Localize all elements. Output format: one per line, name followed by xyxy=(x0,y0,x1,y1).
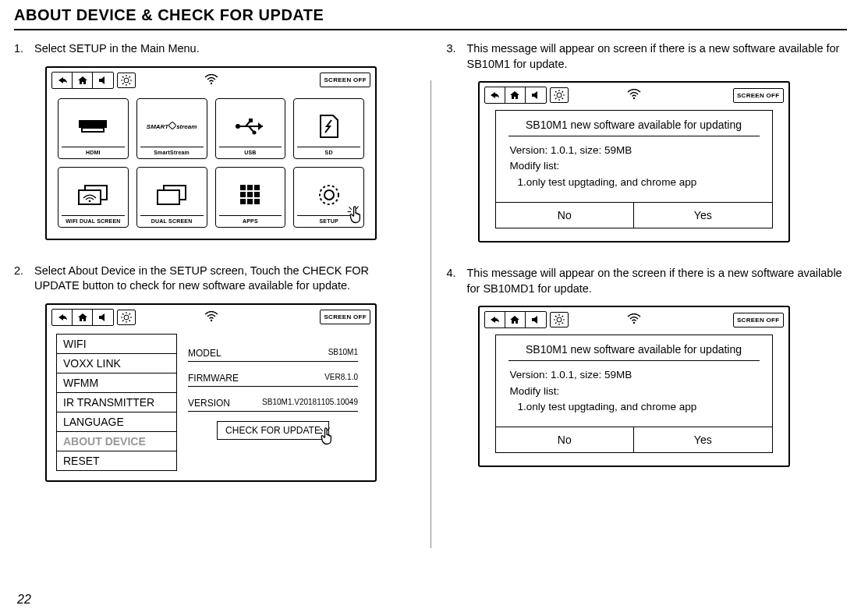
svg-point-30 xyxy=(324,190,334,200)
dialog-version-line: Version: 1.0.1, size: 59MB xyxy=(510,143,758,158)
svg-point-0 xyxy=(124,78,129,83)
tile-label: HDMI xyxy=(62,147,125,155)
svg-point-31 xyxy=(320,186,338,204)
about-device-screenshot: SCREEN OFF WIFI VOXX LINK WFMM IR TRANSM… xyxy=(45,303,377,482)
svg-rect-20 xyxy=(158,190,179,204)
svg-line-64 xyxy=(562,323,563,324)
apps-icon xyxy=(219,175,282,215)
back-icon[interactable] xyxy=(485,87,505,103)
dialog-buttons: No Yes xyxy=(496,427,772,452)
page-title: ABOUT DEVICE & CHECK FOR UPDATE xyxy=(14,6,847,24)
device-topbar: SCREEN OFF xyxy=(51,309,370,326)
svg-line-43 xyxy=(129,313,131,315)
home-icon[interactable] xyxy=(73,310,93,325)
tile-apps[interactable]: APPS xyxy=(215,167,286,228)
menu-item-wifi[interactable]: WIFI xyxy=(57,335,176,354)
hand-cursor-icon xyxy=(316,425,339,447)
home-icon[interactable] xyxy=(505,87,526,103)
setup-menu: WIFI VOXX LINK WFMM IR TRANSMITTER LANGU… xyxy=(56,334,177,471)
svg-line-65 xyxy=(555,323,557,324)
brightness-icon[interactable] xyxy=(550,87,569,103)
tile-sd[interactable]: SD xyxy=(293,98,364,159)
svg-line-7 xyxy=(122,83,124,84)
dialog-no-button[interactable]: No xyxy=(496,203,635,228)
tile-smartstream[interactable]: SMARTstream SmartStream xyxy=(136,98,207,159)
firmware-label: FIRMWARE xyxy=(188,373,239,384)
menu-item-reset[interactable]: RESET xyxy=(57,451,176,470)
version-value: SB10M1.V20181105.10049 xyxy=(262,398,358,409)
update-dialog-screenshot-2: SCREEN OFF SB10M1 new software available… xyxy=(478,306,790,467)
tile-usb[interactable]: USB xyxy=(215,98,286,159)
screen-off-button[interactable]: SCREEN OFF xyxy=(320,73,370,87)
step-2: 2. Select About Device in the SETUP scre… xyxy=(14,264,415,294)
tile-label: USB xyxy=(219,147,282,155)
check-update-label: CHECK FOR UPDATE xyxy=(225,425,321,436)
dialog-yes-button[interactable]: Yes xyxy=(634,203,772,228)
right-column: 3. This message will appear on screen if… xyxy=(447,41,848,548)
tile-label: APPS xyxy=(219,215,282,224)
device-topbar: SCREEN OFF xyxy=(484,311,784,328)
menu-item-about-device[interactable]: ABOUT DEVICE xyxy=(57,432,176,451)
brightness-icon[interactable] xyxy=(117,310,136,325)
dialog-body: Version: 1.0.1, size: 59MB Modify list: … xyxy=(496,136,772,202)
screen-off-button[interactable]: SCREEN OFF xyxy=(320,310,370,324)
svg-rect-26 xyxy=(254,192,260,197)
svg-point-58 xyxy=(557,317,562,322)
column-divider xyxy=(430,80,431,548)
version-label: VERSION xyxy=(188,398,230,409)
svg-line-45 xyxy=(320,428,323,431)
back-icon[interactable] xyxy=(52,73,73,88)
volume-icon[interactable] xyxy=(526,312,546,327)
svg-line-41 xyxy=(129,320,131,321)
svg-rect-14 xyxy=(249,119,253,122)
firmware-row: FIRMWARE VER8.1.0 xyxy=(188,366,358,387)
menu-item-wfmm[interactable]: WFMM xyxy=(57,373,176,393)
volume-icon[interactable] xyxy=(526,87,546,103)
tile-setup[interactable]: SETUP xyxy=(293,167,364,228)
dialog-yes-button[interactable]: Yes xyxy=(634,427,772,452)
tile-dual-screen[interactable]: DUAL SCREEN xyxy=(136,167,207,228)
screen-off-button[interactable]: SCREEN OFF xyxy=(733,313,784,327)
brightness-icon[interactable] xyxy=(550,312,569,327)
hdmi-icon xyxy=(62,107,125,147)
back-icon[interactable] xyxy=(52,310,73,325)
menu-item-language[interactable]: LANGUAGE xyxy=(57,412,176,432)
tile-label: WIFI DUAL SCREEN xyxy=(62,215,125,224)
svg-rect-21 xyxy=(240,185,246,190)
tile-hdmi[interactable]: HDMI xyxy=(58,98,129,159)
tile-label: SD xyxy=(297,147,360,155)
step-text: Select SETUP in the Main Menu. xyxy=(34,41,415,57)
svg-point-48 xyxy=(557,93,562,97)
screen-off-button[interactable]: SCREEN OFF xyxy=(733,88,784,103)
svg-rect-10 xyxy=(79,120,107,128)
tile-label: SmartStream xyxy=(140,147,204,155)
svg-point-9 xyxy=(210,82,211,83)
step-text: This message will appear on the screen i… xyxy=(467,266,848,296)
step-number: 2. xyxy=(14,264,34,294)
check-for-update-button[interactable]: CHECK FOR UPDATE xyxy=(217,421,329,440)
svg-line-8 xyxy=(129,76,131,78)
volume-icon[interactable] xyxy=(93,73,113,88)
svg-line-63 xyxy=(555,316,557,317)
svg-rect-25 xyxy=(247,192,253,197)
device-topbar: SCREEN OFF xyxy=(484,87,784,104)
step-text: This message will appear on screen if th… xyxy=(467,41,848,72)
sd-icon xyxy=(297,107,360,147)
step-3: 3. This message will appear on screen if… xyxy=(447,41,848,72)
home-icon[interactable] xyxy=(505,312,526,327)
wifi-icon xyxy=(204,311,218,322)
menu-item-ir-transmitter[interactable]: IR TRANSMITTER xyxy=(57,393,176,412)
update-dialog-screenshot-1: SCREEN OFF SB10M1 new software available… xyxy=(478,81,790,243)
model-row: MODEL SB10M1 xyxy=(188,342,358,362)
dialog-no-button[interactable]: No xyxy=(496,427,635,452)
menu-item-voxx-link[interactable]: VOXX LINK xyxy=(57,354,176,373)
brightness-icon[interactable] xyxy=(117,73,136,88)
dialog-version-line: Version: 1.0.1, size: 59MB xyxy=(510,367,758,383)
back-icon[interactable] xyxy=(485,312,505,327)
svg-rect-24 xyxy=(240,192,246,197)
step-4: 4. This message will appear on the scree… xyxy=(447,266,848,296)
tile-wifi-dual-screen[interactable]: WIFI DUAL SCREEN xyxy=(58,167,129,228)
main-menu-screenshot: SCREEN OFF HDMI SMARTstream SmartStream … xyxy=(45,66,377,240)
home-icon[interactable] xyxy=(73,73,93,88)
volume-icon[interactable] xyxy=(93,310,113,325)
